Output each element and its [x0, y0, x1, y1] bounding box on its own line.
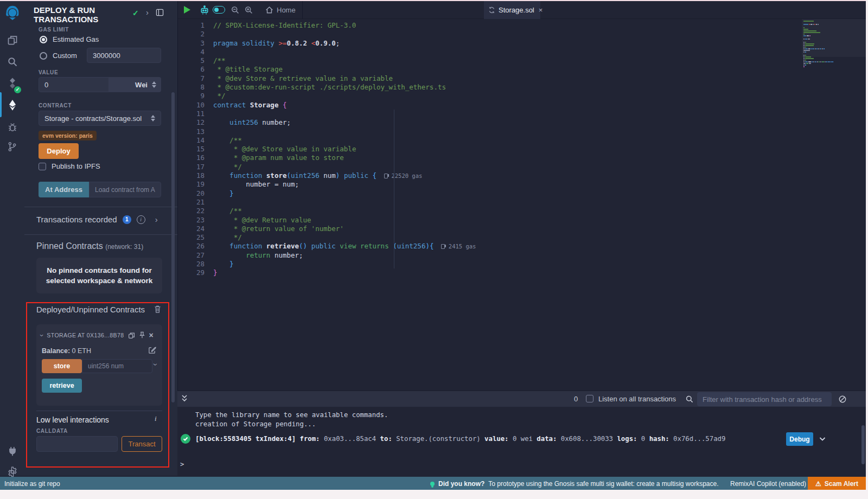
solidity-compiler-icon[interactable]: ✓	[0, 73, 24, 94]
terminal[interactable]: Type the library name to see available c…	[177, 407, 866, 477]
minimap[interactable]	[803, 21, 833, 68]
zoom-out-icon[interactable]	[231, 5, 240, 15]
deploy-run-icon[interactable]	[0, 94, 24, 116]
tab-storage-sol[interactable]: Storage.sol ×	[484, 1, 540, 19]
copy-address-icon[interactable]	[128, 332, 135, 339]
tx-expand-icon[interactable]	[818, 434, 827, 443]
ai-assistant-robot-icon[interactable]	[199, 4, 210, 15]
panel-title: DEPLOY & RUN TRANSACTIONS	[34, 5, 129, 24]
window-frame-top	[0, 0, 868, 1]
transactions-count-badge: 1	[123, 215, 131, 224]
debugger-icon[interactable]	[0, 116, 24, 138]
divider	[24, 234, 177, 235]
scam-alert-button[interactable]: ⚠ Scam Alert	[808, 477, 866, 491]
zoom-in-icon[interactable]	[244, 5, 253, 15]
tab-label: Storage.sol	[499, 6, 534, 14]
estimated-gas-radio[interactable]	[40, 36, 47, 43]
low-level-info-icon[interactable]: i	[155, 414, 157, 423]
remove-instance-icon[interactable]: ×	[149, 331, 154, 340]
minimap-slider[interactable]	[802, 19, 866, 57]
git-icon[interactable]	[0, 136, 24, 157]
plugin-manager-icon[interactable]	[0, 440, 24, 462]
collapse-terminal-icon[interactable]	[181, 394, 188, 404]
listen-all-checkbox[interactable]	[586, 395, 593, 402]
balance-label: Balance:	[42, 347, 70, 355]
deploy-button[interactable]: Deploy	[39, 143, 79, 159]
retrieve-button[interactable]: retrieve	[42, 379, 82, 393]
estimated-gas-label: Estimated Gas	[53, 35, 99, 43]
file-explorer-icon[interactable]	[0, 29, 24, 51]
panel-check-icon: ✓	[132, 9, 139, 17]
home-tab[interactable]: Home	[277, 6, 296, 14]
transactions-recorded-row[interactable]: Transactions recorded 1 i ›	[36, 215, 158, 224]
store-arg-input[interactable]	[82, 359, 152, 373]
tx-success-icon	[181, 434, 190, 444]
unit-stepper-icon	[152, 81, 156, 88]
filter-transactions-input[interactable]	[697, 392, 832, 406]
status-bar: Initialize as git repo Did you know? To …	[0, 477, 866, 491]
store-button[interactable]: store	[42, 359, 82, 373]
terminal-search-icon[interactable]	[685, 395, 694, 404]
tip-text: To prototype using the Gnosis safe multi…	[488, 480, 718, 488]
divider	[24, 207, 177, 207]
deploy-run-panel: DEPLOY & RUN TRANSACTIONS ✓ › GAS LIMIT …	[24, 1, 177, 476]
contract-instance-label: STORAGE AT 0X136...8B78	[47, 332, 124, 338]
contract-label: CONTRACT	[39, 103, 72, 108]
tab-close-icon[interactable]: ×	[539, 6, 543, 14]
transactions-expand-icon[interactable]: ›	[155, 215, 158, 224]
code-area[interactable]: 1// SPDX-License-Identifier: GPL-3.023pr…	[178, 19, 866, 391]
tab-divider	[302, 1, 303, 19]
contract-select-value: Storage - contracts/Storage.sol	[44, 114, 142, 123]
publish-ipfs-label: Publish to IPFS	[52, 162, 100, 170]
terminal-prompt[interactable]: >	[180, 460, 184, 468]
estimated-gas-radio-row[interactable]: Estimated Gas	[40, 35, 99, 43]
contract-stepper-icon	[151, 115, 155, 121]
contract-instance-card: › STORAGE AT 0X136...8B78 × Balance: 0 E…	[36, 324, 162, 406]
calldata-input[interactable]	[36, 436, 118, 452]
custom-gas-input[interactable]	[87, 48, 161, 63]
custom-gas-label: Custom	[53, 52, 77, 60]
low-level-title: Low level interactions	[36, 415, 109, 424]
custom-gas-radio[interactable]	[40, 52, 47, 60]
transact-button[interactable]: Transact	[122, 436, 162, 452]
value-unit-select[interactable]: Wei	[109, 77, 161, 92]
contract-instance-header[interactable]: › STORAGE AT 0X136...8B78 ×	[41, 331, 154, 340]
run-script-icon[interactable]	[184, 6, 190, 14]
terminal-toolbar: 0 Listen on all transactions	[177, 391, 866, 407]
value-input[interactable]	[39, 77, 109, 92]
terminal-scrollbar[interactable]	[861, 425, 865, 464]
git-init-status[interactable]: Initialize as git repo	[4, 480, 60, 488]
value-unit-label: Wei	[135, 81, 148, 89]
publish-ipfs-checkbox[interactable]	[39, 163, 46, 170]
balance-row: Balance: 0 ETH	[42, 347, 91, 355]
tx-log-text[interactable]: [block:5583405 txIndex:4] from: 0xa03...…	[195, 435, 781, 443]
publish-ipfs-row[interactable]: Publish to IPFS	[39, 162, 100, 170]
remix-logo[interactable]	[0, 2, 24, 25]
copilot-status[interactable]: RemixAI Copilot (enabled)	[730, 480, 806, 488]
clear-console-icon[interactable]	[838, 395, 847, 404]
pin-panel-icon[interactable]	[156, 9, 164, 16]
panel-expand-icon[interactable]: ›	[146, 8, 149, 17]
trash-icon[interactable]	[154, 305, 162, 314]
contract-select[interactable]: Storage - contracts/Storage.sol	[39, 111, 161, 126]
pinned-empty-line2: selected workspace & network	[46, 276, 153, 286]
debug-button[interactable]: Debug	[786, 432, 813, 446]
at-address-button[interactable]: At Address	[39, 182, 89, 197]
compile-success-badge: ✓	[14, 86, 21, 93]
remix-ide-window: ✓ DEPLOY & RUN TRANSACTIONS ✓ › GAS LIMI…	[0, 1, 866, 490]
at-address-input[interactable]	[89, 182, 161, 197]
panel-scrollbar[interactable]	[171, 92, 175, 402]
pinned-empty-line1: No pinned contracts found for	[47, 265, 152, 276]
search-icon[interactable]	[0, 51, 24, 73]
chevron-down-icon[interactable]: ›	[38, 334, 46, 336]
info-icon[interactable]: i	[137, 215, 145, 224]
pin-contract-icon[interactable]	[139, 331, 145, 339]
expand-args-icon[interactable]: ›	[151, 363, 160, 366]
custom-gas-radio-row[interactable]: Custom	[40, 52, 77, 60]
balance-value: 0 ETH	[72, 347, 91, 355]
editor-toolbar: Home Storage.sol ×	[178, 1, 866, 19]
home-icon[interactable]	[265, 5, 274, 15]
toggle-knob	[214, 8, 219, 12]
copilot-toggle[interactable]	[213, 6, 225, 14]
edit-balance-icon[interactable]	[148, 346, 156, 354]
